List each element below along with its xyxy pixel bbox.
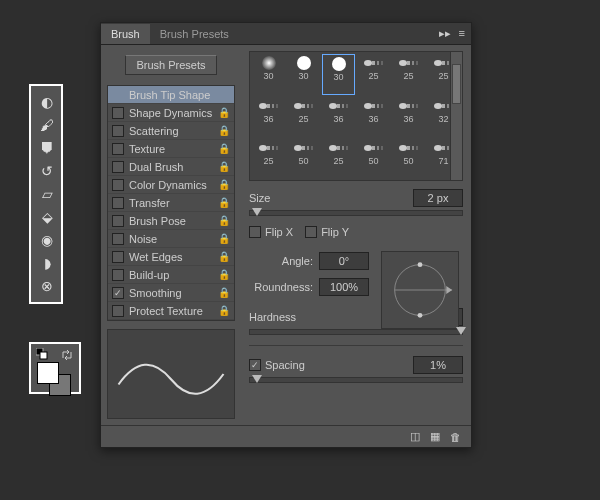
lock-icon[interactable]: 🔒 — [218, 143, 230, 154]
preset-item[interactable]: 50 — [357, 139, 390, 178]
tool-heal[interactable]: ◐ — [34, 91, 60, 113]
checkbox-icon[interactable] — [112, 197, 124, 209]
svg-rect-36 — [416, 104, 418, 108]
spacing-input[interactable]: 1% — [413, 356, 463, 374]
panel-tabs: Brush Brush Presets ▸▸ ≡ — [101, 23, 471, 45]
collapse-icon[interactable]: ▸▸ — [439, 27, 451, 40]
checkbox-icon[interactable] — [112, 233, 124, 245]
svg-point-33 — [399, 103, 407, 109]
checkbox-icon[interactable] — [112, 125, 124, 137]
preset-item[interactable]: 30 — [252, 54, 285, 95]
option-transfer[interactable]: Transfer🔒 — [108, 194, 234, 212]
spacing-checkbox[interactable]: ✓ — [249, 359, 261, 371]
tool-blur[interactable]: ◉ — [34, 229, 60, 251]
option-scattering[interactable]: Scattering🔒 — [108, 122, 234, 140]
tool-stamp[interactable]: ⛊ — [34, 137, 60, 159]
lock-icon[interactable]: 🔒 — [218, 233, 230, 244]
preset-item[interactable]: 36 — [322, 97, 355, 136]
flip-x-checkbox[interactable]: Flip X — [249, 226, 293, 238]
size-input[interactable]: 2 px — [413, 189, 463, 207]
flip-y-checkbox[interactable]: Flip Y — [305, 226, 349, 238]
lock-icon[interactable]: 🔒 — [218, 251, 230, 262]
lock-icon[interactable]: 🔒 — [218, 305, 230, 316]
panel-menu-icon[interactable]: ≡ — [459, 27, 465, 40]
checkbox-icon[interactable] — [112, 215, 124, 227]
lock-icon[interactable]: 🔒 — [218, 107, 230, 118]
tool-eraser[interactable]: ▱ — [34, 183, 60, 205]
option-smoothing[interactable]: ✓Smoothing🔒 — [108, 284, 234, 302]
preset-item[interactable]: 36 — [392, 97, 425, 136]
lock-icon[interactable]: 🔒 — [218, 197, 230, 208]
tool-bucket[interactable]: ⬙ — [34, 206, 60, 228]
checkbox-icon[interactable] — [112, 305, 124, 317]
checkbox-icon[interactable] — [112, 107, 124, 119]
checkbox-icon[interactable] — [112, 251, 124, 263]
brush-presets-button[interactable]: Brush Presets — [125, 55, 216, 75]
preset-item[interactable]: 25 — [392, 54, 425, 95]
preset-item[interactable]: 36 — [252, 97, 285, 136]
svg-rect-7 — [377, 61, 379, 65]
svg-rect-31 — [377, 104, 379, 108]
preset-item[interactable]: 50 — [287, 139, 320, 178]
lock-icon[interactable]: 🔒 — [218, 179, 230, 190]
lock-icon[interactable]: 🔒 — [218, 161, 230, 172]
svg-rect-55 — [377, 146, 379, 150]
preset-item[interactable]: 50 — [392, 139, 425, 178]
preset-item[interactable]: 25 — [322, 139, 355, 178]
svg-rect-32 — [381, 104, 383, 108]
svg-rect-27 — [342, 104, 344, 108]
checkbox-icon[interactable] — [112, 269, 124, 281]
tab-brush-presets[interactable]: Brush Presets — [150, 24, 239, 44]
option-protect-texture[interactable]: Protect Texture🔒 — [108, 302, 234, 320]
color-swatches[interactable] — [29, 342, 81, 394]
option-color-dynamics[interactable]: Color Dynamics🔒 — [108, 176, 234, 194]
option-noise[interactable]: Noise🔒 — [108, 230, 234, 248]
preset-scrollbar[interactable] — [450, 52, 462, 180]
preset-item[interactable]: 25 — [252, 139, 285, 178]
svg-rect-54 — [372, 146, 375, 150]
option-brush-pose[interactable]: Brush Pose🔒 — [108, 212, 234, 230]
lock-icon[interactable]: 🔒 — [218, 125, 230, 136]
option-build-up[interactable]: Build-up🔒 — [108, 266, 234, 284]
preset-item[interactable]: 25 — [287, 97, 320, 136]
svg-rect-8 — [381, 61, 383, 65]
preset-item[interactable]: 30 — [287, 54, 320, 95]
svg-marker-67 — [446, 286, 452, 294]
swap-colors-icon[interactable] — [61, 348, 75, 362]
option-wet-edges[interactable]: Wet Edges🔒 — [108, 248, 234, 266]
tool-dodge[interactable]: ◗ — [34, 252, 60, 274]
tab-brush[interactable]: Brush — [101, 24, 150, 44]
lock-icon[interactable]: 🔒 — [218, 287, 230, 298]
svg-rect-52 — [346, 146, 348, 150]
default-colors-icon[interactable] — [36, 348, 48, 360]
option-texture[interactable]: Texture🔒 — [108, 140, 234, 158]
tool-history[interactable]: ↺ — [34, 160, 60, 182]
panel-footer: ◫ ▦ 🗑 — [101, 425, 471, 447]
checkbox-icon[interactable]: ✓ — [112, 287, 124, 299]
tool-brush[interactable]: 🖌 — [34, 114, 60, 136]
checkbox-icon[interactable] — [112, 179, 124, 191]
roundness-input[interactable]: 100% — [319, 278, 369, 296]
lock-icon[interactable]: 🔒 — [218, 269, 230, 280]
option-dual-brush[interactable]: Dual Brush🔒 — [108, 158, 234, 176]
checkbox-icon[interactable] — [112, 161, 124, 173]
lock-icon[interactable]: 🔒 — [218, 215, 230, 226]
svg-rect-18 — [267, 104, 270, 108]
toggle-preview-icon[interactable]: ◫ — [410, 430, 420, 443]
preset-item[interactable]: 25 — [357, 54, 390, 95]
size-slider[interactable] — [249, 210, 463, 216]
hardness-slider[interactable] — [249, 329, 463, 335]
angle-input[interactable]: 0° — [319, 252, 369, 270]
foreground-color[interactable] — [37, 362, 59, 384]
preset-item[interactable]: 36 — [357, 97, 390, 136]
spacing-slider[interactable] — [249, 377, 463, 383]
trash-icon[interactable]: 🗑 — [450, 431, 461, 443]
new-preset-icon[interactable]: ▦ — [430, 430, 440, 443]
option-shape-dynamics[interactable]: Shape Dynamics🔒 — [108, 104, 234, 122]
option-brush-tip-shape[interactable]: Brush Tip Shape — [108, 86, 234, 104]
checkbox-icon[interactable] — [112, 143, 124, 155]
preset-item[interactable]: 30 — [322, 54, 355, 95]
angle-diagram[interactable] — [381, 251, 459, 329]
tool-sponge[interactable]: ⊗ — [34, 275, 60, 297]
svg-rect-46 — [302, 146, 305, 150]
